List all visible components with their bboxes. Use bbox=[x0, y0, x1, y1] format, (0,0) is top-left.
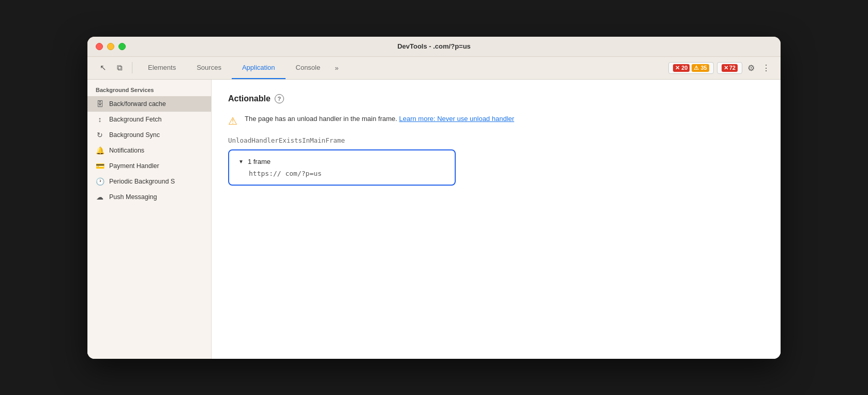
sidebar-item-background-sync[interactable]: ↻ Background Sync bbox=[87, 127, 211, 143]
handler-key-label: UnloadHandlerExistsInMainFrame bbox=[228, 136, 764, 144]
sidebar-item-label: Background Fetch bbox=[109, 116, 161, 123]
maximize-button[interactable] bbox=[118, 43, 126, 50]
traffic-lights bbox=[96, 43, 126, 50]
toolbar-tabs: Elements Sources Application Console » bbox=[138, 56, 666, 79]
main-content: Background Services 🗄 Back/forward cache… bbox=[87, 80, 781, 359]
console-error-badge: ✕ 72 bbox=[722, 64, 738, 72]
toolbar-right: ✕ 20 ⚠ 35 ✕ 72 ⚙ ⋮ bbox=[668, 61, 772, 75]
window-title: DevTools - .com/?p=us bbox=[397, 42, 471, 50]
more-tabs-button[interactable]: » bbox=[331, 56, 342, 79]
arrows-updown-icon: ↕ bbox=[96, 115, 104, 124]
cursor-icon: ↖ bbox=[100, 63, 107, 72]
database-icon: 🗄 bbox=[96, 100, 104, 108]
sidebar-item-notifications[interactable]: 🔔 Notifications bbox=[87, 143, 211, 158]
frame-header[interactable]: ▼ 1 frame bbox=[238, 158, 445, 165]
sidebar-item-label: Back/forward cache bbox=[109, 100, 166, 108]
titlebar: DevTools - .com/?p=us bbox=[87, 37, 781, 57]
settings-icon[interactable]: ⚙ bbox=[745, 61, 757, 75]
more-options-icon[interactable]: ⋮ bbox=[760, 61, 772, 75]
sidebar-item-payment-handler[interactable]: 💳 Payment Handler bbox=[87, 158, 211, 174]
console-error-badge-btn[interactable]: ✕ 72 bbox=[717, 62, 742, 74]
sidebar-item-periodic-background[interactable]: 🕐 Periodic Background S bbox=[87, 174, 211, 189]
devtools-window: DevTools - .com/?p=us ↖ ⧉ Elements Sourc… bbox=[87, 37, 781, 359]
tab-elements[interactable]: Elements bbox=[138, 56, 186, 79]
learn-more-link[interactable]: Learn more: Never use unload handler bbox=[399, 115, 515, 123]
device-toggle-button[interactable]: ⧉ bbox=[112, 60, 127, 75]
sidebar: Background Services 🗄 Back/forward cache… bbox=[87, 80, 212, 359]
cloud-icon: ☁ bbox=[96, 193, 104, 201]
sidebar-item-back-forward-cache[interactable]: 🗄 Back/forward cache bbox=[87, 96, 211, 112]
tab-application[interactable]: Application bbox=[232, 56, 286, 79]
main-panel: Actionable ? ⚠ The page has an unload ha… bbox=[212, 80, 781, 359]
device-icon: ⧉ bbox=[117, 63, 123, 72]
warning-row: ⚠ The page has an unload handler in the … bbox=[228, 114, 764, 127]
sidebar-item-label: Notifications bbox=[109, 147, 144, 154]
frame-url: https:// com/?p=us bbox=[238, 170, 445, 177]
sidebar-item-label: Push Messaging bbox=[109, 193, 157, 201]
warning-badge: ⚠ 35 bbox=[692, 64, 709, 72]
help-icon[interactable]: ? bbox=[275, 94, 284, 103]
sidebar-item-push-messaging[interactable]: ☁ Push Messaging bbox=[87, 189, 211, 205]
error-warning-badge[interactable]: ✕ 20 ⚠ 35 bbox=[668, 62, 714, 74]
credit-card-icon: 💳 bbox=[96, 162, 104, 170]
cursor-tool-button[interactable]: ↖ bbox=[96, 60, 110, 75]
bell-icon: 🔔 bbox=[96, 146, 104, 155]
section-title: Actionable ? bbox=[228, 94, 764, 103]
sidebar-section-header: Background Services bbox=[87, 80, 211, 96]
error-badge: ✕ 20 bbox=[673, 64, 690, 72]
refresh-icon: ↻ bbox=[96, 131, 104, 139]
minimize-button[interactable] bbox=[107, 43, 114, 50]
sidebar-item-label: Background Sync bbox=[109, 131, 160, 139]
toolbar-divider bbox=[132, 62, 132, 73]
frame-count-label: 1 frame bbox=[248, 158, 271, 165]
tab-console[interactable]: Console bbox=[286, 56, 331, 79]
frame-box: ▼ 1 frame https:// com/?p=us bbox=[228, 149, 456, 186]
close-button[interactable] bbox=[96, 43, 103, 50]
warning-circle-icon: ⚠ bbox=[228, 115, 237, 127]
triangle-down-icon: ▼ bbox=[238, 159, 244, 164]
sidebar-item-label: Payment Handler bbox=[109, 162, 159, 170]
tab-sources[interactable]: Sources bbox=[186, 56, 232, 79]
warning-message: The page has an unload handler in the ma… bbox=[245, 114, 514, 124]
clock-icon: 🕐 bbox=[96, 177, 104, 186]
sidebar-item-background-fetch[interactable]: ↕ Background Fetch bbox=[87, 112, 211, 127]
toolbar: ↖ ⧉ Elements Sources Application Console… bbox=[87, 57, 781, 80]
sidebar-item-label: Periodic Background S bbox=[109, 178, 175, 185]
